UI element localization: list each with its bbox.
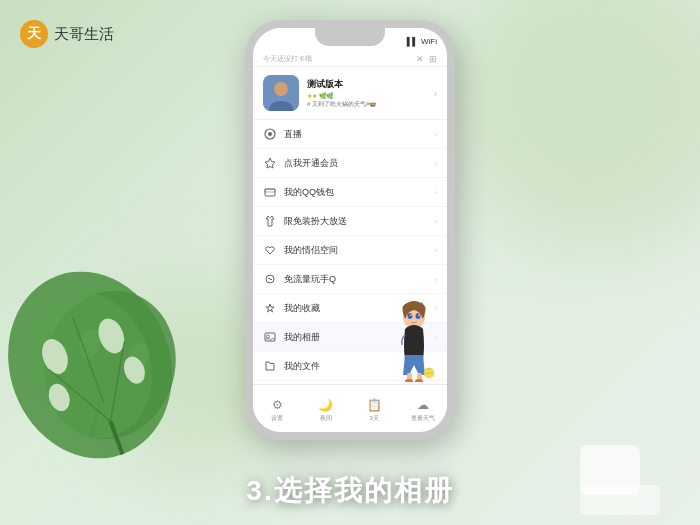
tab-label-3day: 3天 bbox=[370, 414, 379, 423]
brand-icon-text: 天 bbox=[27, 25, 41, 43]
arrow-live: › bbox=[434, 130, 437, 139]
profile-info: 测试版本 ★★ 🌿🌿 # 又到了吃火锅的天气#🍲 bbox=[307, 78, 426, 109]
close-icon[interactable]: ✕ bbox=[416, 54, 424, 64]
menu-item-live[interactable]: 直播 › bbox=[253, 120, 447, 149]
menu-item-couple[interactable]: 我的情侣空间 › bbox=[253, 236, 447, 265]
brand-name: 天哥生活 bbox=[54, 25, 114, 44]
wifi-icon: WiFi bbox=[421, 37, 437, 46]
tab-label-night: 夜间 bbox=[320, 414, 332, 423]
tab-label-weather: 查看天气 bbox=[411, 414, 435, 423]
vip-icon bbox=[263, 156, 277, 170]
menu-item-wallet[interactable]: 我的QQ钱包 › bbox=[253, 178, 447, 207]
svg-point-25 bbox=[408, 313, 413, 319]
arrow-outfit: › bbox=[434, 217, 437, 226]
tab-settings[interactable]: ⚙ 设置 bbox=[253, 394, 302, 423]
night-icon: 🌙 bbox=[318, 398, 333, 412]
couple-icon bbox=[263, 243, 277, 257]
svg-point-26 bbox=[416, 313, 421, 319]
arrow-couple: › bbox=[434, 246, 437, 255]
menu-label-couple: 我的情侣空间 bbox=[284, 244, 427, 257]
arrow-freeflow: › bbox=[434, 275, 437, 284]
subtitle-area: 3.选择我的相册 bbox=[0, 472, 700, 510]
outfit-icon bbox=[263, 214, 277, 228]
svg-point-27 bbox=[410, 314, 412, 316]
phone-notch bbox=[315, 28, 385, 46]
profile-arrow: › bbox=[434, 88, 437, 99]
profile-name: 测试版本 bbox=[307, 78, 426, 91]
phone-mockup: ▌▌ WiFi 今天还没打卡哦 ✕ ⊞ bbox=[245, 20, 455, 440]
svg-point-28 bbox=[418, 314, 420, 316]
profile-badges: ★★ 🌿🌿 bbox=[307, 92, 426, 99]
svg-point-16 bbox=[274, 82, 288, 96]
phone-frame: ▌▌ WiFi 今天还没打卡哦 ✕ ⊞ bbox=[245, 20, 455, 440]
menu-item-vip[interactable]: 点我开通会员 › bbox=[253, 149, 447, 178]
menu-item-outfit[interactable]: 限免装扮大放送 › bbox=[253, 207, 447, 236]
battery-icon: ▌▌ bbox=[407, 37, 418, 46]
brand-icon: 天 bbox=[20, 20, 48, 48]
tab-label-settings: 设置 bbox=[271, 414, 283, 423]
subtitle-text: 3.选择我的相册 bbox=[246, 475, 453, 506]
settings-icon: ⚙ bbox=[272, 398, 283, 412]
album-icon bbox=[263, 330, 277, 344]
3day-icon: 📋 bbox=[367, 398, 382, 412]
grid-icon[interactable]: ⊞ bbox=[429, 54, 437, 64]
menu-label-freeflow: 免流量玩手Q bbox=[284, 273, 427, 286]
anime-character bbox=[387, 297, 442, 382]
menu-label-vip: 点我开通会员 bbox=[284, 157, 427, 170]
top-bar: 今天还没打卡哦 ✕ ⊞ bbox=[253, 50, 447, 67]
tab-3day[interactable]: 📋 3天 bbox=[350, 394, 399, 423]
profile-section[interactable]: 测试版本 ★★ 🌿🌿 # 又到了吃火锅的天气#🍲 › bbox=[253, 67, 447, 120]
freeflow-icon bbox=[263, 272, 277, 286]
menu-label-live: 直播 bbox=[284, 128, 427, 141]
avatar bbox=[263, 75, 299, 111]
top-bar-left-text: 今天还没打卡哦 bbox=[263, 54, 312, 64]
profile-status: # 又到了吃火锅的天气#🍲 bbox=[307, 100, 426, 109]
tab-night[interactable]: 🌙 夜间 bbox=[302, 394, 351, 423]
menu-item-freeflow[interactable]: 免流量玩手Q › bbox=[253, 265, 447, 294]
svg-rect-19 bbox=[265, 189, 275, 196]
tab-weather[interactable]: ☁ 查看天气 bbox=[399, 394, 448, 423]
favorites-icon bbox=[263, 301, 277, 315]
phone-screen: ▌▌ WiFi 今天还没打卡哦 ✕ ⊞ bbox=[253, 28, 447, 432]
wallet-icon bbox=[263, 185, 277, 199]
svg-point-18 bbox=[268, 132, 272, 136]
menu-label-outfit: 限免装扮大放送 bbox=[284, 215, 427, 228]
files-icon bbox=[263, 359, 277, 373]
brand: 天 天哥生活 bbox=[20, 20, 114, 48]
weather-icon: ☁ bbox=[417, 398, 429, 412]
live-icon bbox=[263, 127, 277, 141]
leaf-decoration-left bbox=[0, 265, 190, 465]
menu-label-wallet: 我的QQ钱包 bbox=[284, 186, 427, 199]
tab-bar: ⚙ 设置 🌙 夜间 📋 3天 ☁ 查看天气 bbox=[253, 384, 447, 432]
arrow-vip: › bbox=[434, 159, 437, 168]
arrow-wallet: › bbox=[434, 188, 437, 197]
